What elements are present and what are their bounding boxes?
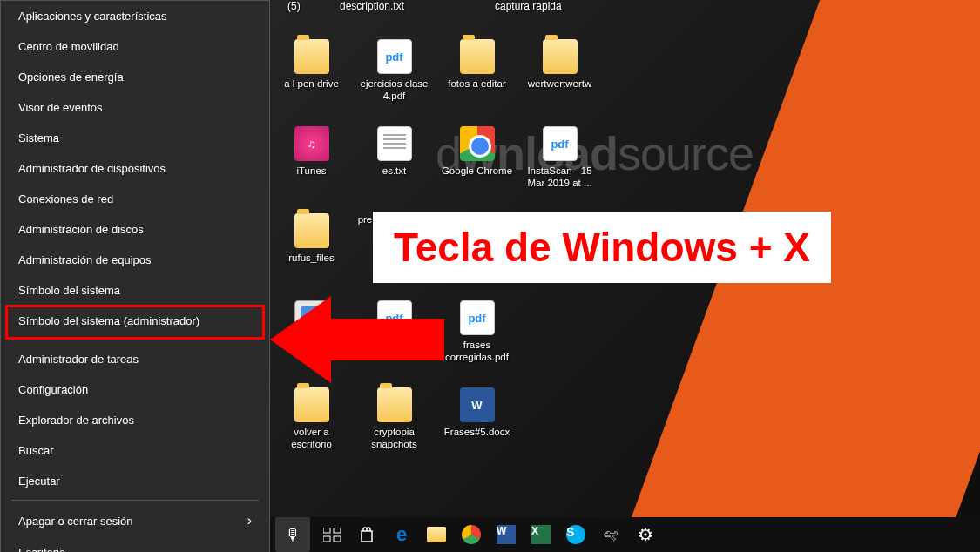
cortana-mic-icon[interactable]: 🎙 <box>275 517 310 552</box>
winx-item-power-options[interactable]: Opciones de energía <box>1 62 269 92</box>
desktop-icon[interactable]: Google Chrome <box>436 122 518 209</box>
desktop-icon-label: description.txt <box>340 0 404 12</box>
folder-icon <box>543 39 578 74</box>
svg-rect-3 <box>323 536 330 542</box>
desktop-icon-label: fotos a editar <box>448 77 505 90</box>
menu-item-label: Escritorio <box>18 546 65 552</box>
menu-item-label: Sistema <box>18 131 59 145</box>
winx-item-run[interactable]: Ejecutar <box>1 466 269 496</box>
desktop-icon-label: wertwertwertw <box>528 77 591 90</box>
winx-item-mobility-center[interactable]: Centro de movilidad <box>1 31 269 62</box>
winx-item-device-manager[interactable]: Administrador de dispositivos <box>1 153 269 184</box>
svg-rect-1 <box>323 528 330 533</box>
desktop-icon[interactable]: rufus_files <box>270 209 353 296</box>
winx-item-task-manager[interactable]: Administrador de tareas <box>1 344 269 374</box>
pdf-icon: pdf <box>377 39 412 74</box>
winx-item-system[interactable]: Sistema <box>1 123 269 153</box>
chrome-icon[interactable] <box>458 522 484 548</box>
folder-icon <box>294 387 329 422</box>
winx-item-computer-management[interactable]: Administración de equipos <box>1 245 269 275</box>
edge-icon[interactable]: e <box>389 522 415 548</box>
winx-menu: Aplicaciones y característicasCentro de … <box>0 0 270 552</box>
desktop-icon-label: rufus_files <box>288 252 334 264</box>
winx-item-network-connections[interactable]: Conexiones de red <box>1 184 269 214</box>
menu-item-label: Explorador de archivos <box>18 414 134 427</box>
settings-icon[interactable]: ⚙ <box>632 522 659 548</box>
menu-item-label: Símbolo del sistema (administrador) <box>18 314 199 327</box>
desktop-icon-label: ejercicios clase 4.pdf <box>356 77 433 103</box>
desktop-icon-label: Google Chrome <box>442 165 512 177</box>
pdf-icon: pdf <box>460 300 495 335</box>
desktop-icon-label: a l pen drive <box>284 77 339 90</box>
excel-icon[interactable]: X <box>528 522 554 548</box>
desktop-icon[interactable]: pdfInstaScan - 15 Mar 2019 at ... <box>518 122 601 209</box>
winx-item-desktop[interactable]: Escritorio <box>1 537 269 552</box>
menu-item-label: Apagar o cerrar sesión <box>18 515 133 528</box>
menu-item-label: Opciones de energía <box>18 71 124 84</box>
winx-item-search[interactable]: Buscar <box>1 435 269 466</box>
menu-item-label: Aplicaciones y características <box>18 10 167 23</box>
desktop-icon-label: cryptopia snapchots <box>356 426 433 451</box>
desktop-icon-label: iTunes <box>296 165 326 177</box>
annotation-arrow <box>261 287 453 392</box>
menu-separator <box>11 500 259 501</box>
desktop-icon-label: es.txt <box>382 165 406 177</box>
menu-item-label: Centro de movilidad <box>18 40 119 53</box>
menu-item-label: Administración de discos <box>18 223 144 236</box>
winx-item-file-explorer[interactable]: Explorador de archivos <box>1 405 269 435</box>
menu-item-label: Configuración <box>18 383 88 396</box>
menu-item-label: Administración de equipos <box>18 253 151 266</box>
svg-marker-0 <box>270 296 444 383</box>
desktop-icon-label: InstaScan - 15 Mar 2019 at ... <box>522 165 598 190</box>
winx-item-command-prompt[interactable]: Símbolo del sistema <box>1 275 269 306</box>
itunes-icon: ♫ <box>294 126 329 161</box>
pdf-icon: pdf <box>543 126 578 161</box>
winx-item-event-viewer[interactable]: Visor de eventos <box>1 92 269 123</box>
folder-icon <box>377 387 412 422</box>
chevron-right-icon: › <box>247 513 252 528</box>
word-icon[interactable]: W <box>493 522 519 548</box>
task-view-icon[interactable] <box>319 522 345 548</box>
desktop-icon-label: captura rapida <box>495 0 562 12</box>
store-icon[interactable] <box>354 522 380 548</box>
chrome-icon <box>460 126 495 161</box>
desktop-icon[interactable]: wertwertwertw <box>518 35 601 122</box>
desktop-icon[interactable]: cryptopia snapchots <box>353 383 436 470</box>
txt-icon <box>377 126 412 161</box>
annotation-callout: Tecla de Windows + X <box>373 212 831 283</box>
menu-item-label: Buscar <box>18 444 53 457</box>
menu-item-label: Administrador de tareas <box>18 353 139 366</box>
svg-rect-4 <box>334 536 341 542</box>
menu-item-label: Conexiones de red <box>18 192 113 205</box>
menu-item-label: Ejecutar <box>18 475 60 488</box>
winx-item-command-prompt-admin[interactable]: Símbolo del sistema (administrador) <box>1 306 269 336</box>
folder-icon <box>460 39 495 74</box>
taskbar: 🎙 e W X S 🛩 ⚙ <box>270 517 980 552</box>
winx-item-settings[interactable]: Configuración <box>1 374 269 405</box>
word-icon: W <box>460 387 495 422</box>
desktop-icon[interactable]: fotos a editar <box>436 35 518 122</box>
menu-item-label: Administrador de dispositivos <box>18 162 166 175</box>
desktop-icon[interactable]: a l pen drive <box>270 35 353 122</box>
svg-rect-2 <box>334 528 341 533</box>
annotation-text: Tecla de Windows + X <box>394 224 810 271</box>
desktop-icon[interactable]: WFrases#5.docx <box>436 383 518 470</box>
folder-icon <box>294 213 329 248</box>
winx-item-disk-management[interactable]: Administración de discos <box>1 214 269 245</box>
desktop-icon[interactable]: volver a escritorio <box>270 383 353 470</box>
file-explorer-icon[interactable] <box>423 522 449 548</box>
menu-item-label: Símbolo del sistema <box>18 284 120 297</box>
winx-item-shutdown[interactable]: Apagar o cerrar sesión› <box>1 504 269 537</box>
folder-icon <box>294 39 329 74</box>
desktop-icon[interactable]: ♫iTunes <box>270 122 353 209</box>
skype-icon[interactable]: S <box>563 522 589 548</box>
desktop-icon[interactable]: pdfejercicios clase 4.pdf <box>353 35 436 122</box>
menu-separator <box>11 340 259 340</box>
menu-item-label: Visor de eventos <box>18 101 103 114</box>
app-icon[interactable]: 🛩 <box>598 522 624 548</box>
desktop-icon[interactable]: es.txt <box>353 122 436 209</box>
desktop-icon-label: (5) <box>287 0 301 12</box>
desktop-icon-label: volver a escritorio <box>274 426 350 451</box>
desktop-icon-label: Frases#5.docx <box>444 426 510 438</box>
winx-item-apps-features[interactable]: Aplicaciones y características <box>1 1 269 31</box>
